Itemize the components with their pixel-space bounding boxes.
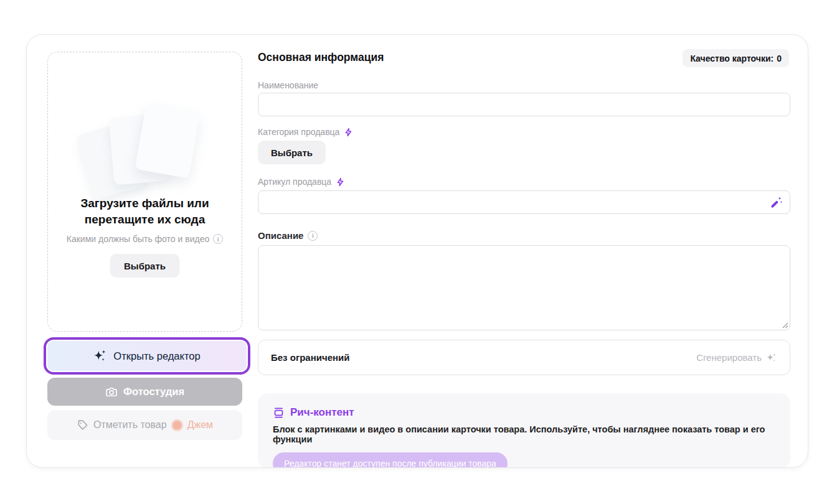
tag-icon [77,419,88,431]
mark-product-jam-button[interactable]: Отметить товар Джем [47,410,242,440]
section-title: Основная информация [258,51,384,64]
category-field-label: Категория продавца [258,127,353,137]
media-upload-dropzone[interactable]: Загрузите файлы или перетащите их сюда К… [47,52,242,332]
sparkles-icon [766,352,777,363]
rich-content-title: Рич-контент [290,406,354,419]
jam-label: Джем [187,419,213,431]
info-icon[interactable]: i [213,234,223,244]
photostudio-label: Фотостудия [123,386,184,398]
photo-card-front [135,103,200,179]
ai-generator-bar: Без ограничений Сгенерировать [258,340,790,375]
rich-content-icon [273,407,285,419]
info-icon[interactable]: i [308,231,318,241]
card-quality-badge: Качество карточки: 0 [683,49,789,67]
sparkles-icon [93,349,107,363]
lightning-bolt-icon [336,177,345,187]
camera-icon [105,386,118,398]
open-editor-label: Открыть редактор [113,350,200,362]
category-choose-button[interactable]: Выбрать [258,141,326,164]
description-textarea[interactable] [258,245,790,330]
quality-label: Качество карточки: [690,54,773,63]
rich-content-section: Рич-контент Блок с картинками и видео в … [258,393,790,468]
upload-title: Загрузите файлы или перетащите их сюда [48,195,242,227]
quality-value: 0 [777,54,782,63]
magic-wand-icon[interactable] [769,195,783,208]
sku-field-label: Артикул продавца [258,177,345,187]
upload-hint: Какими должны быть фото и видео i [48,234,242,244]
open-editor-button[interactable]: Открыть редактор [47,341,247,371]
upload-hint-text: Какими должны быть фото и видео [67,234,209,244]
choose-files-button[interactable]: Выбрать [110,254,180,278]
generate-label: Сгенерировать [696,352,762,363]
product-card-editor: Загрузите файлы или перетащите их сюда К… [26,34,808,468]
mark-product-label: Отметить товар [93,419,167,431]
photostudio-button[interactable]: Фотостудия [47,378,242,406]
rich-editor-disabled-button: Редактор станет доступен после публикаци… [273,452,508,468]
name-field-label: Наименование [258,80,318,90]
open-editor-highlight-frame: Открыть редактор [44,337,250,375]
sku-input[interactable] [258,190,790,214]
name-input[interactable] [258,93,790,116]
jam-berry-icon [172,420,182,431]
generate-button[interactable]: Сгенерировать [696,352,777,363]
rich-content-header: Рич-контент [273,406,775,419]
textarea-resize-handle[interactable] [782,322,788,329]
lightning-bolt-icon [344,128,353,137]
description-field-label: Описание i [258,230,318,241]
rich-content-description: Блок с картинками и видео в описании кар… [273,424,775,444]
generator-mode-label: Без ограничений [271,352,350,363]
